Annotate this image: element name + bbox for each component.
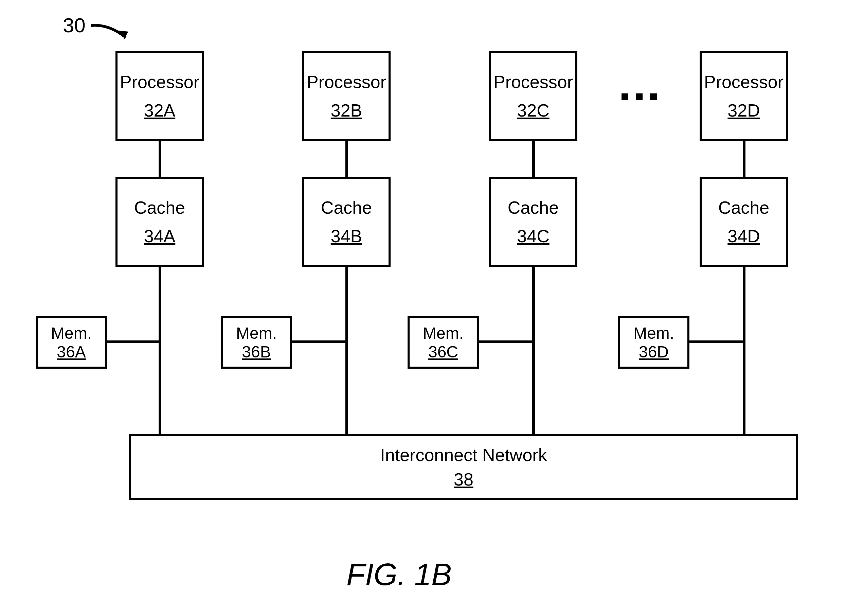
connector-line — [743, 267, 745, 434]
ref-arrow-icon — [88, 19, 142, 46]
interconnect-label: Interconnect Network — [380, 444, 547, 466]
interconnect-box: Interconnect Network 38 — [129, 434, 798, 500]
memory-id: 36C — [428, 343, 458, 361]
cache-id: 34C — [517, 226, 549, 246]
memory-id: 36D — [639, 343, 669, 361]
memory-box-c: Mem. 36C — [408, 316, 479, 369]
connector-line — [345, 267, 348, 434]
memory-box-b: Mem. 36B — [221, 316, 292, 369]
connector-line — [532, 267, 535, 434]
memory-label: Mem. — [633, 324, 674, 343]
memory-id: 36A — [57, 343, 85, 361]
processor-label: Processor — [120, 71, 199, 93]
processor-box-d: Processor 32D — [700, 51, 788, 141]
processor-label: Processor — [307, 71, 386, 93]
processor-box-a: Processor 32A — [116, 51, 204, 141]
connector-line — [743, 141, 745, 177]
cache-id: 34B — [331, 226, 362, 246]
memory-label: Mem. — [236, 324, 277, 343]
processor-id: 32B — [331, 100, 362, 121]
processor-label: Processor — [494, 71, 573, 93]
ellipsis-icon — [621, 93, 657, 100]
cache-box-b: Cache 34B — [302, 177, 391, 267]
cache-box-d: Cache 34D — [700, 177, 788, 267]
connector-line — [159, 267, 161, 434]
diagram-ref-number: 30 — [63, 13, 85, 37]
processor-id: 32C — [517, 100, 549, 121]
connector-line — [292, 340, 347, 343]
cache-id: 34D — [727, 226, 760, 246]
processor-id: 32A — [144, 100, 176, 121]
processor-box-b: Processor 32B — [302, 51, 391, 141]
connector-line — [479, 340, 533, 343]
processor-label: Processor — [704, 71, 783, 93]
connector-line — [345, 141, 348, 177]
memory-label: Mem. — [51, 324, 92, 343]
connector-line — [107, 340, 160, 343]
diagram-canvas: 30 Processor 32A Cache 34A Mem. 36A Proc… — [0, 0, 846, 616]
cache-label: Cache — [718, 197, 769, 218]
memory-box-d: Mem. 36D — [618, 316, 689, 369]
interconnect-id: 38 — [454, 469, 473, 490]
figure-caption: FIG. 1B — [347, 557, 452, 592]
memory-label: Mem. — [423, 324, 464, 343]
cache-id: 34A — [144, 226, 176, 246]
cache-box-c: Cache 34C — [489, 177, 577, 267]
cache-label: Cache — [508, 197, 559, 218]
memory-id: 36B — [242, 343, 271, 361]
processor-box-c: Processor 32C — [489, 51, 577, 141]
connector-line — [532, 141, 535, 177]
cache-label: Cache — [321, 197, 372, 218]
cache-label: Cache — [134, 197, 185, 218]
connector-line — [689, 340, 744, 343]
connector-line — [159, 141, 161, 177]
cache-box-a: Cache 34A — [116, 177, 204, 267]
processor-id: 32D — [727, 100, 760, 121]
memory-box-a: Mem. 36A — [36, 316, 107, 369]
